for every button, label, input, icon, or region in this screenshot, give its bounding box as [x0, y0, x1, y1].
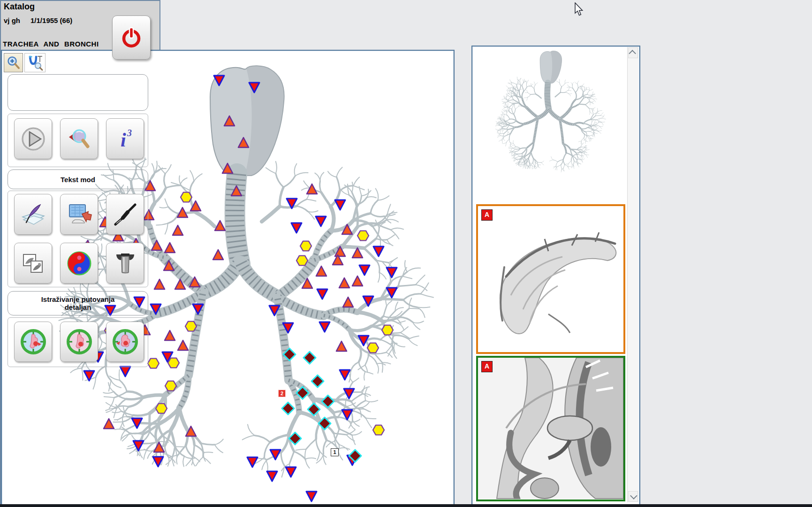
green-clock-figure-icon — [112, 328, 139, 355]
search-button[interactable] — [60, 118, 98, 159]
green-clock-figure-icon — [66, 328, 93, 355]
marker-triangle-down[interactable] — [84, 371, 94, 381]
marker-hexagon[interactable] — [168, 358, 179, 368]
annotation-tool-button[interactable] — [24, 53, 46, 72]
marker-hexagon[interactable] — [165, 381, 176, 391]
thumbnail-scrollbar[interactable] — [627, 47, 638, 502]
marker-diamond[interactable] — [282, 402, 294, 415]
number-badge-2[interactable]: 2 — [278, 390, 286, 397]
marker-hexagon[interactable] — [181, 192, 192, 202]
scroll-down-button[interactable] — [628, 491, 638, 502]
zoom-in-tool-button[interactable] — [4, 53, 23, 72]
pancreas-thumbnail-image — [478, 206, 623, 352]
scroll-up-button[interactable] — [628, 47, 638, 58]
patient-dob-age: 1/1/1955 (66) — [30, 16, 72, 24]
annotation-a-badge: A — [481, 209, 493, 221]
quill-paper-icon — [20, 201, 47, 228]
annotation-a-badge: A — [481, 361, 493, 372]
empty-group-box — [8, 74, 148, 111]
number-badge-1[interactable]: 1 — [331, 448, 339, 456]
svg-text:3: 3 — [127, 128, 132, 138]
marker-triangle-up[interactable] — [336, 341, 347, 351]
marker-triangle-down[interactable] — [120, 367, 130, 376]
marker-triangle-down[interactable] — [359, 265, 370, 275]
marker-triangle-up[interactable] — [173, 225, 183, 235]
istrazivanje-label-line1: Istraživanje putovanja — [41, 295, 115, 303]
app-title: Katalog — [4, 2, 35, 12]
marker-triangle-down[interactable] — [317, 289, 327, 299]
tekst-mod-label: Tekst mod — [61, 176, 95, 184]
marker-triangle-up[interactable] — [104, 419, 114, 429]
power-button[interactable] — [112, 15, 151, 60]
marker-triangle-down[interactable] — [373, 246, 384, 256]
thumbnail-pancreas[interactable]: A — [476, 204, 625, 354]
marker-triangle-down[interactable] — [316, 216, 326, 226]
thumbnail-list-panel[interactable]: A A — [471, 46, 640, 506]
istrazivanje-label-line2: detaljan — [65, 303, 91, 311]
marker-triangle-up[interactable] — [154, 279, 165, 289]
istrazivanje-group-label: Istraživanje putovanja detaljan — [8, 291, 148, 315]
journey-detail-button-3[interactable] — [106, 322, 144, 362]
svg-text:i: i — [121, 129, 126, 151]
mouse-cursor — [575, 2, 584, 16]
marker-triangle-down[interactable] — [267, 471, 277, 481]
marker-triangle-up[interactable] — [215, 221, 225, 230]
marker-hexagon[interactable] — [296, 256, 308, 266]
marker-diamond[interactable] — [304, 352, 316, 364]
pelvis-thumbnail-image — [478, 358, 623, 499]
scalpel-button[interactable] — [106, 194, 144, 235]
magnifier-color-icon — [66, 126, 92, 152]
marker-triangle-up[interactable] — [165, 330, 175, 340]
marker-triangle-down[interactable] — [387, 268, 397, 277]
marker-hexagon[interactable] — [367, 343, 379, 353]
marker-triangle-down[interactable] — [340, 370, 350, 380]
marker-triangle-up[interactable] — [316, 266, 326, 276]
marker-triangle-down[interactable] — [306, 492, 317, 501]
marker-triangle-down[interactable] — [319, 322, 330, 332]
marker-hexagon[interactable] — [300, 241, 311, 251]
magnifier-plus-icon — [6, 55, 21, 70]
marker-triangle-up[interactable] — [339, 278, 349, 288]
marker-hexagon[interactable] — [148, 359, 159, 369]
image-copy-button[interactable] — [14, 243, 52, 284]
info-button[interactable]: i 3 — [106, 118, 144, 159]
marker-triangle-down[interactable] — [335, 200, 345, 210]
yin-yang-button[interactable] — [60, 243, 98, 284]
marker-hexagon[interactable] — [357, 231, 369, 241]
delete-button[interactable] — [106, 243, 144, 284]
marker-triangle-up[interactable] — [352, 276, 363, 286]
marker-hexagon[interactable] — [156, 404, 167, 414]
green-clock-figure-icon — [20, 328, 47, 355]
marker-hexagon[interactable] — [185, 322, 197, 331]
bottom-dark-strip — [0, 504, 812, 507]
marker-hexagon[interactable] — [382, 325, 393, 335]
section-title: TRACHEA AND BRONCHI — [3, 40, 99, 48]
chevron-up-icon — [629, 50, 636, 57]
marker-triangle-down[interactable] — [291, 223, 302, 233]
thumbnail-trachea-bronchi[interactable] — [476, 50, 625, 184]
marker-triangle-up[interactable] — [165, 243, 175, 253]
marker-triangle-up[interactable] — [213, 250, 223, 260]
journey-detail-button-1[interactable] — [14, 322, 52, 362]
patient-line: vj gh1/1/1955 (66) — [4, 16, 72, 24]
export-screen-button[interactable] — [60, 194, 98, 235]
tekst-mod-group-label: Tekst mod — [8, 169, 148, 189]
play-button[interactable] — [14, 118, 52, 159]
patient-name: vj gh — [4, 16, 20, 24]
scalpel-icon — [112, 201, 139, 228]
marker-triangle-down[interactable] — [247, 457, 258, 467]
play-icon — [20, 126, 46, 152]
marker-triangle-up[interactable] — [307, 184, 317, 194]
chevron-down-icon — [630, 492, 637, 499]
image-copy-icon — [20, 250, 47, 277]
marker-diamond[interactable] — [311, 375, 324, 387]
thumbnail-pelvis-sagittal[interactable]: A — [476, 356, 625, 501]
marker-triangle-up[interactable] — [178, 340, 188, 350]
marker-hexagon[interactable] — [373, 425, 384, 435]
bronchi-thumbnail-image — [476, 50, 622, 181]
journey-detail-button-2[interactable] — [60, 322, 98, 362]
marker-triangle-up[interactable] — [343, 297, 353, 307]
marker-triangle-down[interactable] — [286, 467, 296, 477]
write-note-button[interactable] — [14, 194, 52, 235]
yin-yang-icon — [66, 250, 93, 277]
